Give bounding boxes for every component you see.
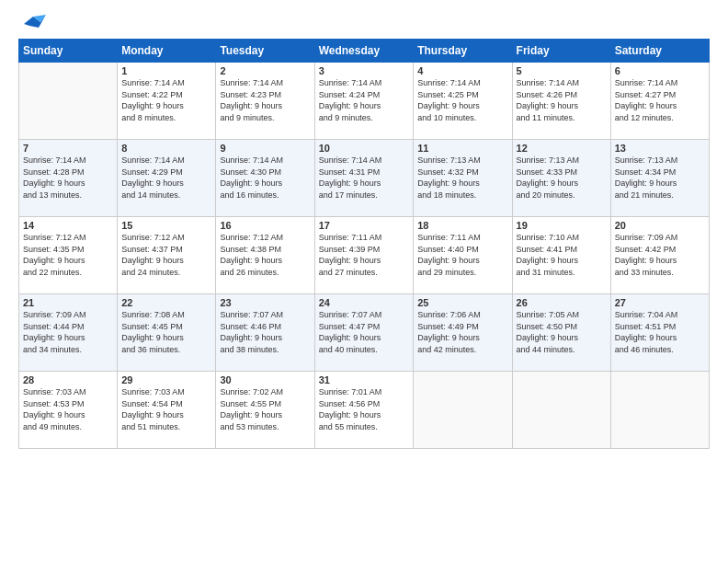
calendar-week-3: 14Sunrise: 7:12 AM Sunset: 4:35 PM Dayli… [19, 217, 710, 294]
calendar-cell: 2Sunrise: 7:14 AM Sunset: 4:23 PM Daylig… [216, 63, 314, 140]
calendar-cell: 9Sunrise: 7:14 AM Sunset: 4:30 PM Daylig… [216, 140, 314, 217]
calendar-week-1: 1Sunrise: 7:14 AM Sunset: 4:22 PM Daylig… [19, 63, 710, 140]
calendar-week-4: 21Sunrise: 7:09 AM Sunset: 4:44 PM Dayli… [19, 294, 710, 372]
day-info: Sunrise: 7:11 AM Sunset: 4:40 PM Dayligh… [417, 232, 507, 278]
calendar-header-thursday: Thursday [414, 40, 512, 63]
day-number: 29 [121, 374, 211, 385]
day-info: Sunrise: 7:06 AM Sunset: 4:49 PM Dayligh… [417, 309, 507, 355]
day-number: 15 [121, 220, 211, 231]
calendar-cell: 5Sunrise: 7:14 AM Sunset: 4:26 PM Daylig… [512, 63, 610, 140]
day-info: Sunrise: 7:03 AM Sunset: 4:53 PM Dayligh… [23, 386, 113, 432]
day-number: 2 [220, 65, 310, 76]
day-info: Sunrise: 7:12 AM Sunset: 4:37 PM Dayligh… [121, 232, 211, 278]
page: SundayMondayTuesdayWednesdayThursdayFrid… [0, 0, 728, 458]
calendar-cell: 28Sunrise: 7:03 AM Sunset: 4:53 PM Dayli… [19, 372, 118, 449]
calendar-header-saturday: Saturday [610, 40, 709, 63]
day-info: Sunrise: 7:10 AM Sunset: 4:41 PM Dayligh… [517, 232, 607, 278]
calendar-cell: 1Sunrise: 7:14 AM Sunset: 4:22 PM Daylig… [118, 63, 216, 140]
day-info: Sunrise: 7:14 AM Sunset: 4:24 PM Dayligh… [319, 77, 410, 123]
calendar-cell: 23Sunrise: 7:07 AM Sunset: 4:46 PM Dayli… [216, 294, 314, 372]
calendar-header-row: SundayMondayTuesdayWednesdayThursdayFrid… [19, 40, 710, 63]
calendar-cell: 25Sunrise: 7:06 AM Sunset: 4:49 PM Dayli… [414, 294, 512, 372]
calendar-header-sunday: Sunday [19, 40, 118, 63]
calendar-cell: 18Sunrise: 7:11 AM Sunset: 4:40 PM Dayli… [414, 217, 512, 294]
calendar-cell: 19Sunrise: 7:10 AM Sunset: 4:41 PM Dayli… [512, 217, 610, 294]
calendar-cell: 31Sunrise: 7:01 AM Sunset: 4:56 PM Dayli… [314, 372, 414, 449]
logo-bird-icon [20, 15, 46, 33]
header [18, 15, 710, 33]
day-info: Sunrise: 7:14 AM Sunset: 4:26 PM Dayligh… [517, 77, 607, 123]
calendar-cell: 7Sunrise: 7:14 AM Sunset: 4:28 PM Daylig… [19, 140, 118, 217]
day-info: Sunrise: 7:07 AM Sunset: 4:46 PM Dayligh… [220, 309, 310, 355]
day-info: Sunrise: 7:14 AM Sunset: 4:27 PM Dayligh… [615, 77, 705, 123]
day-number: 17 [319, 220, 410, 231]
day-number: 13 [615, 143, 705, 154]
calendar-cell: 13Sunrise: 7:13 AM Sunset: 4:34 PM Dayli… [610, 140, 709, 217]
day-number: 3 [319, 65, 410, 76]
day-number: 7 [23, 143, 113, 154]
day-info: Sunrise: 7:14 AM Sunset: 4:23 PM Dayligh… [220, 77, 310, 123]
calendar-cell [610, 372, 709, 449]
day-number: 10 [319, 143, 410, 154]
calendar-cell: 17Sunrise: 7:11 AM Sunset: 4:39 PM Dayli… [314, 217, 414, 294]
calendar-header-wednesday: Wednesday [314, 40, 414, 63]
day-info: Sunrise: 7:13 AM Sunset: 4:32 PM Dayligh… [417, 155, 507, 201]
day-number: 4 [417, 65, 507, 76]
day-info: Sunrise: 7:03 AM Sunset: 4:54 PM Dayligh… [121, 386, 211, 432]
calendar-cell: 30Sunrise: 7:02 AM Sunset: 4:55 PM Dayli… [216, 372, 314, 449]
day-number: 22 [121, 297, 211, 308]
calendar-cell: 6Sunrise: 7:14 AM Sunset: 4:27 PM Daylig… [610, 63, 709, 140]
day-number: 9 [220, 143, 310, 154]
day-number: 12 [517, 143, 607, 154]
day-number: 27 [615, 297, 705, 308]
day-number: 16 [220, 220, 310, 231]
calendar-cell: 27Sunrise: 7:04 AM Sunset: 4:51 PM Dayli… [610, 294, 709, 372]
day-number: 25 [417, 297, 507, 308]
calendar-cell: 14Sunrise: 7:12 AM Sunset: 4:35 PM Dayli… [19, 217, 118, 294]
day-info: Sunrise: 7:09 AM Sunset: 4:44 PM Dayligh… [23, 309, 113, 355]
day-info: Sunrise: 7:14 AM Sunset: 4:30 PM Dayligh… [220, 155, 310, 201]
day-number: 26 [517, 297, 607, 308]
calendar-header-monday: Monday [118, 40, 216, 63]
day-info: Sunrise: 7:04 AM Sunset: 4:51 PM Dayligh… [615, 309, 705, 355]
calendar-week-2: 7Sunrise: 7:14 AM Sunset: 4:28 PM Daylig… [19, 140, 710, 217]
day-number: 21 [23, 297, 113, 308]
day-number: 1 [121, 65, 211, 76]
calendar-cell: 16Sunrise: 7:12 AM Sunset: 4:38 PM Dayli… [216, 217, 314, 294]
day-number: 19 [517, 220, 607, 231]
calendar-week-5: 28Sunrise: 7:03 AM Sunset: 4:53 PM Dayli… [19, 372, 710, 449]
day-info: Sunrise: 7:13 AM Sunset: 4:34 PM Dayligh… [615, 155, 705, 201]
day-info: Sunrise: 7:14 AM Sunset: 4:22 PM Dayligh… [121, 77, 211, 123]
calendar-cell: 12Sunrise: 7:13 AM Sunset: 4:33 PM Dayli… [512, 140, 610, 217]
day-number: 28 [23, 374, 113, 385]
calendar-cell: 8Sunrise: 7:14 AM Sunset: 4:29 PM Daylig… [118, 140, 216, 217]
day-info: Sunrise: 7:07 AM Sunset: 4:47 PM Dayligh… [319, 309, 410, 355]
day-number: 11 [417, 143, 507, 154]
day-info: Sunrise: 7:14 AM Sunset: 4:31 PM Dayligh… [319, 155, 410, 201]
calendar-cell: 26Sunrise: 7:05 AM Sunset: 4:50 PM Dayli… [512, 294, 610, 372]
calendar-cell: 29Sunrise: 7:03 AM Sunset: 4:54 PM Dayli… [118, 372, 216, 449]
calendar-cell: 11Sunrise: 7:13 AM Sunset: 4:32 PM Dayli… [414, 140, 512, 217]
day-number: 6 [615, 65, 705, 76]
calendar-cell: 15Sunrise: 7:12 AM Sunset: 4:37 PM Dayli… [118, 217, 216, 294]
calendar-cell [512, 372, 610, 449]
calendar-header-tuesday: Tuesday [216, 40, 314, 63]
calendar-cell: 22Sunrise: 7:08 AM Sunset: 4:45 PM Dayli… [118, 294, 216, 372]
calendar-cell: 20Sunrise: 7:09 AM Sunset: 4:42 PM Dayli… [610, 217, 709, 294]
logo-text [18, 15, 46, 33]
day-info: Sunrise: 7:11 AM Sunset: 4:39 PM Dayligh… [319, 232, 410, 278]
day-number: 18 [417, 220, 507, 231]
day-number: 24 [319, 297, 410, 308]
calendar-cell [19, 63, 118, 140]
day-info: Sunrise: 7:14 AM Sunset: 4:25 PM Dayligh… [417, 77, 507, 123]
calendar-cell: 4Sunrise: 7:14 AM Sunset: 4:25 PM Daylig… [414, 63, 512, 140]
day-number: 23 [220, 297, 310, 308]
day-info: Sunrise: 7:12 AM Sunset: 4:38 PM Dayligh… [220, 232, 310, 278]
day-info: Sunrise: 7:12 AM Sunset: 4:35 PM Dayligh… [23, 232, 113, 278]
calendar-cell: 10Sunrise: 7:14 AM Sunset: 4:31 PM Dayli… [314, 140, 414, 217]
day-info: Sunrise: 7:09 AM Sunset: 4:42 PM Dayligh… [615, 232, 705, 278]
day-info: Sunrise: 7:02 AM Sunset: 4:55 PM Dayligh… [220, 386, 310, 432]
day-number: 5 [517, 65, 607, 76]
day-info: Sunrise: 7:14 AM Sunset: 4:28 PM Dayligh… [23, 155, 113, 201]
day-number: 20 [615, 220, 705, 231]
